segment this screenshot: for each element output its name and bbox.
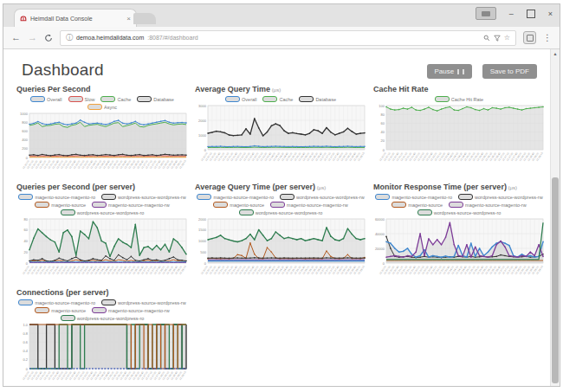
pause-button-label: Pause [435,67,455,75]
svg-text:400: 400 [22,138,28,142]
legend-label: magento-source-magento-rw [108,308,170,313]
legend-item-wordpress-source-wordpress-ro[interactable]: wordpress-source-wordpress-ro [61,315,145,321]
legend-item-wordpress-source-wordpress-rw[interactable]: wordpress-source-wordpress-rw [458,194,543,200]
legend-label: magento-source-magento-rw [287,202,348,208]
legend-label: wordpress-source-wordpress-ro [77,316,145,321]
legend-label: magento-source-magento-ro [35,195,95,200]
svg-text:60: 60 [381,121,385,125]
legend-swatch-icon [35,202,49,208]
search-icon[interactable] [483,35,490,42]
legend-item-cache[interactable]: Cache [100,96,131,102]
legend-item-database[interactable]: Database [137,96,174,102]
legend-swatch-icon [458,194,473,200]
svg-text:40000: 40000 [375,232,385,236]
tab-close-icon[interactable]: × [126,15,131,22]
legend-label: Database [315,97,336,102]
chart-panel-average-query-time: Average Query Time (μs)OverallCacheDatab… [193,85,368,175]
legend-label: Cache [279,97,293,102]
chart-legend: magento-source-magento-rowordpress-sourc… [193,194,368,215]
legend-item-magento-source-magento-ro[interactable]: magento-source-magento-ro [375,194,452,200]
svg-text:40: 40 [24,239,29,243]
chart-legend: Cache Hit Rate [372,96,547,102]
legend-label: magento-source [230,202,264,208]
legend-item-wordpress-source-wordpress-rw[interactable]: wordpress-source-wordpress-rw [101,194,186,200]
legend-swatch-icon [30,96,45,102]
svg-text:60: 60 [24,228,29,232]
legend-item-overall[interactable]: Overall [30,96,61,102]
chart-title: Queries per Second (per server) [16,183,190,191]
legend-item-slow[interactable]: Slow [68,96,95,102]
chart-canvas: 00.20.40.60.81.012:30:0012:30:1512:30:30… [15,322,190,386]
legend-item-wordpress-source-wordpress-ro[interactable]: wordpress-source-wordpress-ro [61,209,145,215]
legend-item-magento-source-magento-ro[interactable]: magento-source-magento-ro [197,194,274,200]
legend-item-wordpress-source-wordpress-ro[interactable]: wordpress-source-wordpress-ro [239,209,323,215]
legend-item-magento-source[interactable]: magento-source [35,202,86,208]
svg-text:0: 0 [383,261,385,266]
svg-text:3000: 3000 [198,104,207,108]
forward-button[interactable]: → [28,33,37,42]
scrollbar-up-icon[interactable]: ▲ [551,49,560,58]
browser-titlebar: Heimdall Data Console × – × [3,4,560,27]
chart-panel-average-query-time-per-server: Average Query Time (per server) (μs)mage… [193,183,368,280]
window-minimize-button[interactable]: – [509,10,514,18]
legend-item-magento-source-magento-ro[interactable]: magento-source-magento-ro [18,299,95,305]
legend-item-magento-source-magento-rw[interactable]: magento-source-magento-rw [92,307,170,313]
legend-item-magento-source[interactable]: magento-source [35,307,86,313]
legend-swatch-icon [18,299,33,305]
legend-item-magento-source[interactable]: magento-source [213,202,264,208]
legend-item-cache-hit-rate[interactable]: Cache Hit Rate [435,96,483,102]
address-bar[interactable]: ⓘ demoa.heimdalldata.com :8087/#/dashboa… [60,30,516,46]
scrollbar-thumb[interactable] [552,177,559,383]
legend-item-magento-source-magento-rw[interactable]: magento-source-magento-rw [92,202,170,208]
legend-item-async[interactable]: Async [87,104,117,110]
dashboard-header: Dashboard Pause Save to PDF [3,49,560,85]
svg-text:0: 0 [26,156,29,160]
svg-text:0: 0 [26,261,29,266]
window-close-button[interactable]: × [548,10,553,18]
svg-text:2000: 2000 [198,217,207,222]
legend-swatch-icon [392,202,406,208]
browser-menu-icon[interactable]: ⋮ [543,33,552,42]
legend-item-database[interactable]: Database [299,96,336,102]
new-tab-button[interactable] [133,13,156,24]
legend-swatch-icon [197,194,211,200]
chart-title: Average Query Time (μs) [195,85,368,93]
legend-label: wordpress-source-wordpress-ro [77,210,145,215]
heimdall-favicon-icon [20,15,27,22]
window-maximize-button[interactable] [527,10,535,18]
legend-label: Async [104,105,117,110]
svg-text:40: 40 [381,130,385,134]
legend-item-magento-source-magento-rw[interactable]: magento-source-magento-rw [270,202,348,208]
chart-panel-monitor-response-time-per-server: Monitor Response Time (per server) (μs)m… [372,183,547,280]
legend-swatch-icon [417,209,432,215]
browser-tab[interactable]: Heimdall Data Console × [14,9,137,27]
chart-legend: magento-source-magento-rowordpress-sourc… [372,194,547,215]
charts-grid: Queries Per SecondOverallSlowCacheDataba… [3,85,560,386]
legend-swatch-icon [239,209,254,215]
url-host: demoa.heimdalldata.com [76,35,144,41]
tab-title: Heimdall Data Console [30,16,123,22]
legend-item-wordpress-source-wordpress-rw[interactable]: wordpress-source-wordpress-rw [280,194,365,200]
filter-icon[interactable] [494,35,501,42]
legend-item-magento-source-magento-ro[interactable]: magento-source-magento-ro [18,194,95,200]
legend-item-cache[interactable]: Cache [262,96,293,102]
refresh-button[interactable] [44,34,53,42]
page-info-icon[interactable]: ⓘ [66,33,73,42]
chart-canvas: 02040608012:30:0012:30:1512:30:3012:30:4… [15,216,190,280]
legend-item-overall[interactable]: Overall [225,96,256,102]
back-button[interactable]: ← [11,33,21,42]
save-to-pdf-label: Save to PDF [490,67,529,75]
svg-text:80: 80 [381,112,385,117]
svg-text:1000: 1000 [198,239,207,243]
legend-item-magento-source-magento-rw[interactable]: magento-source-magento-rw [449,202,527,208]
pause-button[interactable]: Pause [427,64,473,79]
page-scrollbar[interactable]: ▲ [550,49,560,386]
chart-title: Monitor Response Time (per server) (μs) [373,183,547,191]
bookmark-star-icon[interactable]: ☆ [504,35,510,42]
legend-item-magento-source[interactable]: magento-source [392,202,443,208]
legend-item-wordpress-source-wordpress-rw[interactable]: wordpress-source-wordpress-rw [101,299,186,305]
svg-text:0: 0 [383,148,385,152]
legend-item-wordpress-source-wordpress-ro[interactable]: wordpress-source-wordpress-ro [417,209,502,215]
extension-icon[interactable] [523,31,536,44]
save-to-pdf-button[interactable]: Save to PDF [482,64,537,79]
